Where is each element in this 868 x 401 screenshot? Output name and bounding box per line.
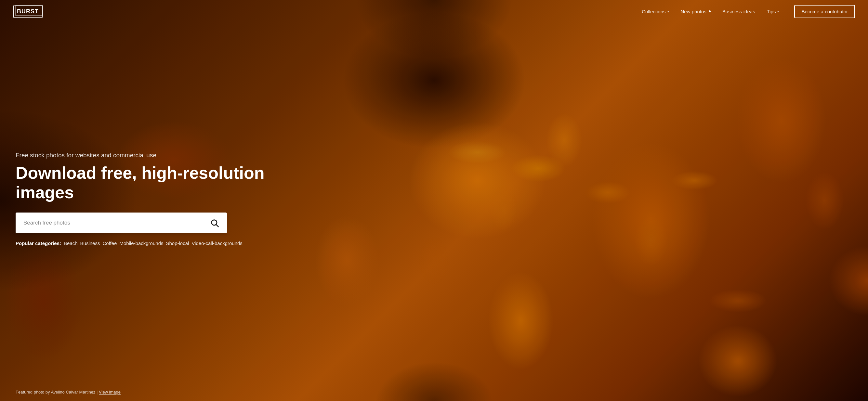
contributor-button[interactable]: Become a contributor	[794, 5, 855, 18]
tips-nav-link[interactable]: Tips ▾	[762, 6, 784, 17]
collections-nav-link[interactable]: Collections ▾	[637, 6, 673, 17]
category-business[interactable]: Business	[80, 240, 100, 246]
search-input[interactable]	[21, 220, 208, 226]
category-beach[interactable]: Beach	[64, 240, 78, 246]
svg-line-1	[216, 225, 218, 227]
hero-section: BURST Collections ▾ New photos Business …	[0, 0, 868, 401]
nav-divider	[789, 7, 789, 15]
categories-section: Popular categories: Beach Business Coffe…	[16, 240, 852, 246]
categories-label: Popular categories:	[16, 240, 61, 246]
credit-text: Featured photo by Avelino Calvar Martine…	[16, 390, 99, 395]
search-button[interactable]	[208, 216, 222, 230]
hero-footer: Featured photo by Avelino Calvar Martine…	[16, 390, 121, 395]
hero-subtitle: Free stock photos for websites and comme…	[16, 152, 852, 159]
logo-text: BURST	[17, 8, 39, 14]
new-photos-nav-link[interactable]: New photos	[676, 6, 715, 17]
chevron-down-icon: ▾	[668, 10, 669, 13]
view-image-link[interactable]: View image	[99, 390, 121, 395]
hero-title: Download free, high-resolution images	[16, 163, 282, 202]
category-video-call-backgrounds[interactable]: Video-call-backgrounds	[191, 240, 242, 246]
search-container	[16, 212, 227, 233]
category-coffee[interactable]: Coffee	[102, 240, 117, 246]
new-indicator-dot	[709, 10, 711, 12]
search-icon	[210, 219, 219, 228]
category-shop-local[interactable]: Shop-local	[166, 240, 189, 246]
logo[interactable]: BURST	[13, 5, 42, 18]
nav-links: Collections ▾ New photos Business ideas …	[637, 5, 855, 18]
hero-content: Free stock photos for websites and comme…	[0, 23, 868, 401]
navbar: BURST Collections ▾ New photos Business …	[0, 0, 868, 23]
business-ideas-nav-link[interactable]: Business ideas	[718, 6, 760, 17]
chevron-down-icon-tips: ▾	[777, 10, 779, 13]
category-mobile-backgrounds[interactable]: Mobile-backgrounds	[119, 240, 163, 246]
